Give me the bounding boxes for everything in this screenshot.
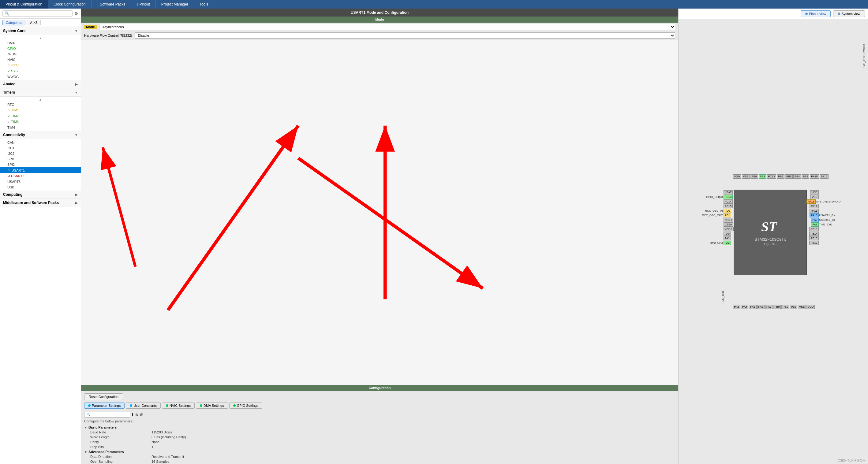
search-input-wrapper[interactable]: 🔍 [2, 10, 72, 16]
category-connectivity[interactable]: Connectivity ▼ [0, 131, 81, 139]
pin-vss-bottom: VSS [798, 305, 806, 309]
sidebar-item-dma[interactable]: DMA [0, 40, 81, 46]
chevron-down-icon-timers: ▼ [75, 91, 78, 94]
chevron-right-icon-middleware: ▶ [75, 201, 78, 205]
mode-select[interactable]: Asynchronous Disable Synchronous [99, 24, 675, 30]
arrows-overlay [81, 40, 678, 385]
chevron-down-advanced: ▼ [84, 450, 87, 454]
sidebar-item-wwdg[interactable]: WWDG [0, 74, 81, 79]
category-analog[interactable]: Analog ▶ [0, 80, 81, 89]
tab-pinout-view[interactable]: Pinout view [801, 10, 831, 17]
chevron-down-basic: ▼ [84, 426, 87, 429]
system-core-items: ▲ DMA GPIO IWDG NVIC RCC SYS WWDG [0, 35, 81, 80]
pin-pb2: PB2 [789, 305, 797, 309]
param-note: Configure the below parameters : [81, 419, 678, 425]
search-input[interactable] [9, 12, 70, 15]
scroll-up-arrow[interactable]: ▲ [0, 36, 81, 40]
param-search-box[interactable]: 🔍 [84, 412, 130, 418]
tab-nvic-settings[interactable]: NVIC Settings [162, 402, 195, 409]
sidebar-search-bar: 🔍 ⚙ [0, 8, 81, 19]
sidebar: 🔍 ⚙ Categories A->Z System Core ▼ ▲ DMA … [0, 8, 81, 464]
pin-pd1: PD1 [723, 213, 732, 218]
mode-header: Mode [81, 16, 678, 23]
tab-dot-nvic [166, 404, 168, 407]
chevron-right-icon: ▶ [75, 82, 78, 86]
tab-user-constants[interactable]: User Constants [126, 402, 161, 409]
param-row-over-sampling: Over Sampling 16 Samples [84, 459, 675, 464]
nav-pinout-config[interactable]: Pinout & Configuration [0, 0, 48, 8]
sidebar-item-i2c1[interactable]: I2C1 [0, 145, 81, 151]
category-computing[interactable]: Computing ▶ [0, 191, 81, 199]
label-tim1-ch1: TIM1_CH1 [819, 223, 850, 226]
sidebar-item-tim3[interactable]: TIM3 [0, 119, 81, 125]
filter-icon[interactable]: ⊕ [135, 412, 138, 417]
sidebar-item-usart3[interactable]: USART3 [0, 179, 81, 185]
nav-tools[interactable]: Tools [194, 0, 214, 8]
pin-pb8: PB8 [750, 174, 758, 178]
tab-dma-settings[interactable]: DMA Settings [196, 402, 228, 409]
main-layout: 🔍 ⚙ Categories A->Z System Core ▼ ▲ DMA … [0, 8, 868, 464]
sidebar-item-tim2[interactable]: TIM2 [0, 113, 81, 119]
bottom-pins: PA3 PA4 PA5 PA6 PA7 PB0 [733, 305, 815, 309]
sidebar-item-rcc[interactable]: RCC [0, 62, 81, 68]
sidebar-item-usart1[interactable]: ⚠ USART1 [0, 167, 81, 173]
sidebar-item-can[interactable]: CAN [0, 140, 81, 145]
category-system-core[interactable]: System Core ▼ [0, 27, 81, 35]
sidebar-item-spi2[interactable]: SPI2 [0, 162, 81, 167]
reset-configuration-button[interactable]: Reset Configuration [84, 393, 123, 400]
tab-dot-params [88, 404, 91, 407]
tab-dot-gpio [233, 404, 236, 407]
pin-pc13-top: PC13 [767, 174, 776, 178]
pin-vdd-bottom: VDD [806, 305, 815, 309]
scroll-up-arrow-timers[interactable]: ▲ [0, 97, 81, 102]
sidebar-item-usart2[interactable]: USART2 [0, 173, 81, 179]
sidebar-item-usb[interactable]: USB [0, 185, 81, 190]
hardware-flow-select[interactable]: Disable CTS Only RTS Only [135, 32, 676, 38]
basic-params-header[interactable]: ▼ Basic Parameters [84, 425, 675, 430]
sys-swclk-label: SYS_JTCK-SWCLK [863, 44, 866, 68]
expand-icon[interactable]: ⊞ [140, 412, 143, 417]
nav-pinout[interactable]: ↓ Pinout [131, 0, 156, 8]
pin-pa12: PA12 [810, 204, 818, 208]
config-area [81, 40, 678, 385]
sidebar-item-rtc[interactable]: RTC [0, 102, 81, 107]
nav-software-packs[interactable]: ↓ Software Packs [92, 0, 131, 8]
info-icon[interactable]: ℹ [132, 412, 133, 417]
pin-pb6: PB6 [777, 174, 784, 178]
tab-parameter-settings[interactable]: Parameter Settings [84, 402, 125, 409]
pin-pa13: PA13 [806, 199, 815, 204]
gear-icon[interactable]: ⚙ [74, 11, 79, 16]
sidebar-item-gpio[interactable]: GPIO [0, 46, 81, 52]
nav-clock-config[interactable]: Clock Configuration [48, 0, 92, 8]
pin-pa11: PA11 [810, 209, 818, 213]
category-timers[interactable]: Timers ▼ [0, 89, 81, 97]
tab-system-view[interactable]: System view [833, 10, 865, 17]
category-middleware[interactable]: Middleware and Software Packs ▶ [0, 199, 81, 207]
sidebar-item-iwdg[interactable]: IWDG [0, 52, 81, 57]
chip-body: ST STM32F103C8Tx LQFP48 [734, 190, 807, 275]
left-pins: VBAT GPIO_Output PC13 PC14 PC15 [697, 190, 734, 245]
pin-pb1: PB1 [781, 305, 789, 309]
sidebar-item-tim4[interactable]: TIM4 [0, 125, 81, 130]
advanced-params-header[interactable]: ▼ Advanced Parameters [84, 449, 675, 454]
tab-categories[interactable]: Categories [2, 20, 25, 25]
pin-pc15: PC15 [723, 204, 733, 208]
top-navigation: Pinout & Configuration Clock Configurati… [0, 0, 868, 8]
param-row-data-direction: Data Direction Receive and Transmit [84, 454, 675, 459]
sidebar-item-i2c2[interactable]: I2C2 [0, 151, 81, 156]
param-search-input[interactable] [92, 413, 128, 417]
sidebar-item-nvic[interactable]: NVIC [0, 57, 81, 62]
tab-gpio-settings[interactable]: GPIO Settings [229, 402, 262, 409]
mode-section: Mode Mode Asynchronous Disable Synchrono… [81, 16, 678, 40]
pin-pd0: PD0 [723, 209, 732, 213]
view-tabs: Pinout view System view [679, 8, 868, 19]
pin-pa3: PA3 [733, 305, 740, 309]
tab-az[interactable]: A->Z [27, 20, 41, 25]
sidebar-content: System Core ▼ ▲ DMA GPIO IWDG NVIC RCC S… [0, 27, 81, 464]
sidebar-item-spi1[interactable]: SPI1 [0, 156, 81, 162]
sidebar-item-tim1[interactable]: TIM1 [0, 107, 81, 113]
nav-project-manager[interactable]: Project Manager [156, 0, 194, 8]
pin-pb15: PB15 [809, 227, 818, 231]
chip-view: SYS_JTCK-SWCLK VDD VSS PB8 PB9 [679, 19, 868, 464]
sidebar-item-sys[interactable]: SYS [0, 68, 81, 74]
